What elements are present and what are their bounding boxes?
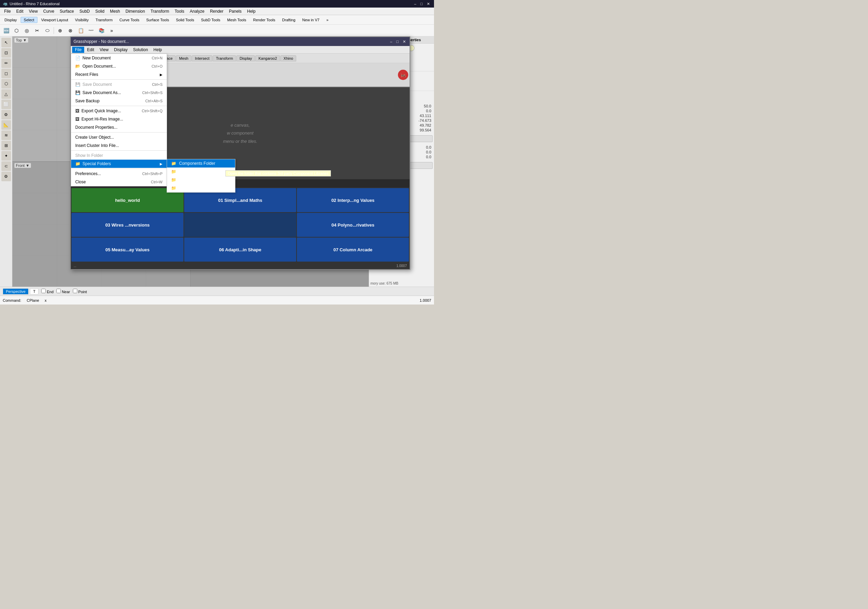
dropdown-close[interactable]: Close Ctrl+W xyxy=(71,178,167,186)
sel-self-intersecting-btn[interactable]: ⊕ xyxy=(55,26,65,36)
left-btn-13[interactable]: ⊂ xyxy=(2,161,11,171)
dropdown-open-document[interactable]: 📂Open Document... Ctrl+O xyxy=(71,62,167,70)
viewport-front-label[interactable]: Front ▼ xyxy=(14,163,31,168)
toolbar-mesh-tools[interactable]: Mesh Tools xyxy=(224,17,249,23)
gh-menu-file[interactable]: File xyxy=(72,47,84,53)
minimize-button[interactable]: – xyxy=(413,2,417,6)
gh-tile-04[interactable]: 04 Polyno...rivatives xyxy=(297,213,409,237)
menu-help[interactable]: Help xyxy=(244,8,259,14)
gh-tab-intersect[interactable]: Intersect xyxy=(192,55,212,62)
edge-continuity-btn[interactable]: 〰 xyxy=(86,26,96,36)
gh-tab-display[interactable]: Display xyxy=(236,55,255,62)
dropdown-special-folders[interactable]: 📁Special Folders ▶ 📁 Components Folder 📁… xyxy=(71,160,167,168)
left-btn-1[interactable]: ↖ xyxy=(2,38,11,47)
gh-menu-help[interactable]: Help xyxy=(151,47,165,53)
snap-near-checkbox[interactable] xyxy=(56,289,61,293)
left-btn-3[interactable]: ✏ xyxy=(2,58,11,68)
viewport-tab-perspective[interactable]: Perspective xyxy=(3,288,28,295)
dropdown-show-in-folder[interactable]: Show In Folder xyxy=(71,151,167,160)
dropdown-insert-cluster[interactable]: Insert Cluster Into File... xyxy=(71,141,167,150)
left-btn-12[interactable]: ✦ xyxy=(2,151,11,161)
gh-tab-mesh[interactable]: Mesh xyxy=(176,55,191,62)
toolbar-subd-tools[interactable]: SubD Tools xyxy=(198,17,223,23)
dropdown-save-backup[interactable]: Save Backup Ctrl+Alt+S xyxy=(71,97,167,105)
subd-btn[interactable]: ⬡ xyxy=(12,26,21,36)
toolbar-drafting[interactable]: Drafting xyxy=(279,17,299,23)
toolbar-solid-tools[interactable]: Solid Tools xyxy=(173,17,197,23)
viewport-top-label[interactable]: Top ▼ xyxy=(14,38,28,43)
gh-tab-xhino[interactable]: Xhino xyxy=(281,55,296,62)
toolbar-curve-tools[interactable]: Curve Tools xyxy=(116,17,143,23)
ribbon-offset-btn[interactable]: ⬭ xyxy=(43,26,52,36)
left-btn-10[interactable]: ≋ xyxy=(2,130,11,140)
menu-tools[interactable]: Tools xyxy=(172,8,187,14)
gh-tile-07[interactable]: 07 Column Arcade xyxy=(297,238,409,261)
gh-tile-empty[interactable] xyxy=(184,213,296,237)
planar-union-btn[interactable]: ◎ xyxy=(22,26,32,36)
toolbar-more[interactable]: » xyxy=(323,17,332,23)
toolbar-visibility[interactable]: Visibility xyxy=(72,17,92,23)
layer-book-btn[interactable]: 📚 xyxy=(96,26,106,36)
gh-tab-transform[interactable]: Transform xyxy=(213,55,236,62)
menu-panels[interactable]: Panels xyxy=(226,8,244,14)
menu-edit[interactable]: Edit xyxy=(13,8,26,14)
close-button[interactable]: ✕ xyxy=(425,2,431,6)
dropdown-doc-properties[interactable]: Document Properties... xyxy=(71,123,167,131)
menu-dimension[interactable]: Dimension xyxy=(122,8,148,14)
gh-tile-06[interactable]: 06 Adapti...in Shape xyxy=(184,238,296,261)
gh-menu-edit[interactable]: Edit xyxy=(84,47,97,53)
refit-trim-btn[interactable]: ✂ xyxy=(32,26,42,36)
gh-tile-02[interactable]: 02 Interp...ng Values xyxy=(297,188,409,212)
dropdown-save-as[interactable]: 💾Save Document As... Ctrl+Shift+S xyxy=(71,88,167,97)
new-btn[interactable]: 🆕 xyxy=(2,26,11,36)
named-selections-btn[interactable]: 📋 xyxy=(76,26,85,36)
intersect-self-btn[interactable]: ⊗ xyxy=(66,26,75,36)
command-input[interactable] xyxy=(52,298,414,303)
toolbar-viewport-layout[interactable]: Viewport Layout xyxy=(38,17,71,23)
gh-title-bar[interactable]: Grasshopper - No document... – □ ✕ xyxy=(71,37,409,46)
dropdown-recent-files[interactable]: Recent Files ▶ xyxy=(71,70,167,79)
viewport-tab-t[interactable]: T xyxy=(30,288,39,295)
menu-mesh[interactable]: Mesh xyxy=(107,8,122,14)
toolbar-new-v7[interactable]: New in V7 xyxy=(299,17,323,23)
gh-maximize-btn[interactable]: □ xyxy=(395,39,400,44)
menu-curve[interactable]: Curve xyxy=(40,8,57,14)
menu-transform[interactable]: Transform xyxy=(148,8,172,14)
left-btn-6[interactable]: △ xyxy=(2,89,11,99)
dropdown-create-user-object[interactable]: Create User Object... xyxy=(71,133,167,141)
toolbar-transform[interactable]: Transform xyxy=(93,17,116,23)
dropdown-new-document[interactable]: 📄New Document Ctrl+N xyxy=(71,54,167,62)
submenu-user-object-folder[interactable]: 📁 User Object Folder xyxy=(167,176,235,184)
menu-surface[interactable]: Surface xyxy=(57,8,77,14)
dropdown-preferences[interactable]: Preferences... Ctrl+Shift+P xyxy=(71,170,167,178)
toolbar-surface-tools[interactable]: Surface Tools xyxy=(143,17,172,23)
menu-solid[interactable]: Solid xyxy=(93,8,107,14)
toolbar-render-tools[interactable]: Render Tools xyxy=(250,17,278,23)
gh-tile-05[interactable]: 05 Measu...ay Values xyxy=(71,238,183,261)
menu-file[interactable]: File xyxy=(2,8,13,14)
gh-menu-view[interactable]: View xyxy=(97,47,111,53)
snap-end-checkbox[interactable] xyxy=(41,289,46,293)
menu-analyze[interactable]: Analyze xyxy=(187,8,207,14)
left-btn-8[interactable]: ⚙ xyxy=(2,110,11,119)
submenu-autosave-folder[interactable]: 📁 AutoSave Folder xyxy=(167,184,235,192)
left-btn-settings[interactable]: ⚙ xyxy=(2,172,11,181)
left-btn-5[interactable]: ⬡ xyxy=(2,79,11,88)
dropdown-export-quick[interactable]: 🖼Export Quick Image... Ctrl+Shift+Q xyxy=(71,107,167,115)
menu-subd[interactable]: SubD xyxy=(77,8,93,14)
left-btn-7[interactable]: ⬜ xyxy=(2,100,11,109)
submenu-components-folder[interactable]: 📁 Components Folder xyxy=(167,159,235,167)
dropdown-save-document[interactable]: 💾Save Document Ctrl+S xyxy=(71,80,167,88)
menu-view[interactable]: View xyxy=(26,8,40,14)
toolbar-select[interactable]: Select xyxy=(21,17,37,23)
gh-menu-display[interactable]: Display xyxy=(111,47,130,53)
toolbar-display[interactable]: Display xyxy=(2,17,20,23)
left-btn-2[interactable]: ⊡ xyxy=(2,48,11,58)
gh-close-btn[interactable]: ✕ xyxy=(402,39,407,44)
left-btn-11[interactable]: ⊞ xyxy=(2,141,11,150)
dropdown-export-hires[interactable]: 🖼Export Hi-Res Image... xyxy=(71,115,167,123)
submenu-settings-folder[interactable]: 📁 Settings Folder xyxy=(167,167,235,176)
left-btn-9[interactable]: 📐 xyxy=(2,120,11,130)
left-btn-4[interactable]: ◻ xyxy=(2,69,11,78)
menu-render[interactable]: Render xyxy=(207,8,226,14)
